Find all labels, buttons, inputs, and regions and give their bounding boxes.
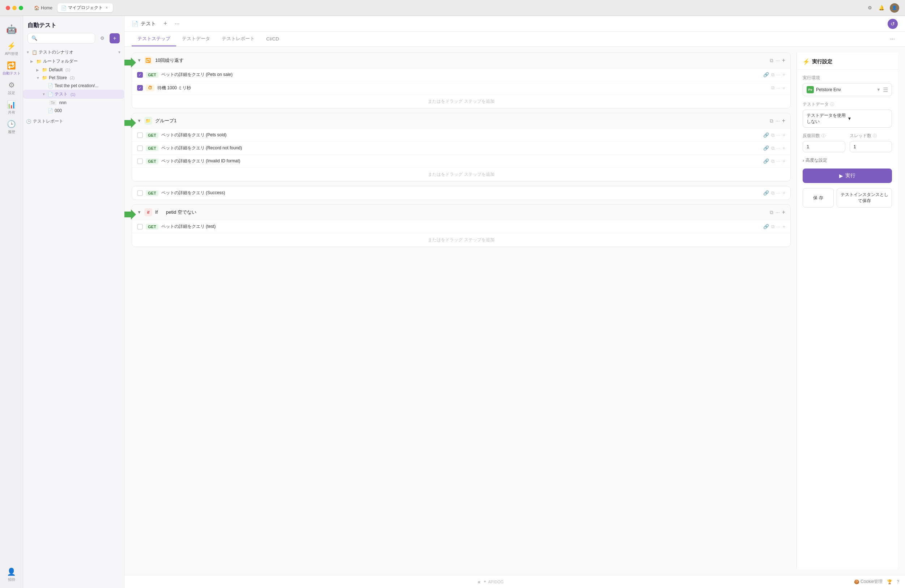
- add-icon[interactable]: +: [783, 190, 785, 196]
- link-icon[interactable]: 🔗: [763, 145, 769, 151]
- copy-button[interactable]: ⧉: [770, 57, 773, 63]
- add-step-button[interactable]: +: [782, 209, 785, 216]
- chevron-down-icon[interactable]: ▼: [137, 210, 141, 215]
- tabs-more-button[interactable]: ···: [887, 33, 898, 45]
- add-step-button[interactable]: +: [782, 117, 785, 124]
- tree-nnn[interactable]: Te nnn: [23, 99, 124, 107]
- env-selector[interactable]: Pe Petstore Env ▼ ☰: [803, 83, 892, 96]
- tree-test-report[interactable]: 🕒 テストレポート: [23, 116, 124, 127]
- tab-report[interactable]: テストレポート: [216, 32, 260, 46]
- copy-button[interactable]: ⧉: [770, 209, 773, 216]
- add-test-button[interactable]: +: [110, 33, 120, 43]
- add-step-button[interactable]: +: [782, 57, 785, 63]
- more-button[interactable]: ···: [775, 118, 780, 124]
- step-checkbox-empty[interactable]: [137, 132, 143, 138]
- search-input[interactable]: [40, 36, 91, 41]
- collapse-button[interactable]: «: [478, 579, 481, 585]
- add-icon[interactable]: +: [783, 72, 785, 78]
- trophy-icon[interactable]: 🏆: [887, 579, 892, 584]
- tab-steps[interactable]: テストステップ: [132, 32, 176, 46]
- link-icon[interactable]: 🔗: [763, 72, 769, 78]
- copy-icon[interactable]: ⧉: [771, 145, 775, 151]
- tree-root-folder[interactable]: ▶ 📁 ルートフォルダー: [23, 57, 124, 66]
- activity-dot[interactable]: ↺: [888, 19, 898, 29]
- copy-icon[interactable]: ⧉: [771, 224, 775, 230]
- help-icon[interactable]: ?: [897, 579, 899, 584]
- repeat-input[interactable]: 1: [803, 141, 845, 152]
- tab-project[interactable]: 📄 マイプロジェクト ×: [57, 3, 113, 12]
- tree-test-pet[interactable]: ▶ 📄 Test the pet creation/...: [23, 82, 124, 90]
- chevron-down-icon[interactable]: ▼: [137, 118, 141, 123]
- copy-icon[interactable]: ⧉: [771, 158, 775, 164]
- filter-button[interactable]: ⚙: [97, 33, 108, 43]
- more-icon[interactable]: ···: [776, 132, 781, 138]
- tab-cicd[interactable]: CI/CD: [260, 33, 285, 46]
- more-icon[interactable]: ···: [776, 72, 781, 78]
- copy-icon[interactable]: ⧉: [771, 85, 775, 91]
- env-menu-icon[interactable]: ☰: [883, 86, 888, 93]
- step-checkbox[interactable]: ✓: [137, 72, 143, 78]
- tree-000[interactable]: ▶ 📄 000: [23, 107, 124, 115]
- link-icon[interactable]: 🔗: [763, 132, 769, 138]
- loop-icon: 🔁: [144, 56, 152, 64]
- sidebar-item-settings[interactable]: ⚙ 設定: [3, 79, 21, 97]
- add-icon[interactable]: +: [783, 158, 785, 164]
- more-icon[interactable]: ···: [776, 190, 781, 196]
- copy-icon[interactable]: ⧉: [771, 72, 775, 78]
- top-bar-more-button[interactable]: ···: [175, 21, 179, 27]
- link-icon[interactable]: 🔗: [763, 190, 769, 196]
- step-item-record-not-found: GET ペットの詳細をクエリ (Record not found) 🔗 ⧉ ··…: [132, 142, 790, 155]
- add-icon[interactable]: +: [783, 224, 785, 229]
- sidebar-item-api[interactable]: ⚡ API管理: [3, 40, 21, 58]
- chevron-down-icon[interactable]: ▼: [137, 58, 141, 63]
- more-icon[interactable]: ···: [776, 86, 781, 91]
- run-button[interactable]: ▶ 実行: [803, 168, 892, 183]
- add-icon[interactable]: +: [783, 145, 785, 151]
- save-button[interactable]: 保 存: [803, 188, 834, 208]
- link-icon[interactable]: 🔗: [763, 224, 769, 229]
- save-instance-button[interactable]: テストインスタンスとして保存: [837, 188, 892, 208]
- tab-data[interactable]: テストデータ: [176, 32, 216, 46]
- sidebar-item-history[interactable]: 🕒 履歴: [3, 118, 21, 136]
- tree-test-selected[interactable]: ▼ 📄 テスト (1): [23, 90, 124, 99]
- add-tab-button[interactable]: +: [160, 19, 170, 29]
- close-button[interactable]: [6, 6, 10, 10]
- env-field: 実行環境 Pe Petstore Env ▼ ☰: [803, 75, 892, 96]
- step-checkbox-wait[interactable]: ✓: [137, 85, 143, 91]
- sidebar-item-share[interactable]: 📊 共有: [3, 98, 21, 116]
- advanced-toggle[interactable]: › 高度な設定: [803, 157, 892, 163]
- tab-close-button[interactable]: ×: [104, 5, 109, 11]
- tree-pet-store[interactable]: ▼ 📁 Pet Store (2): [23, 74, 124, 82]
- more-button[interactable]: ···: [775, 209, 780, 215]
- step-checkbox-empty[interactable]: [137, 190, 143, 196]
- copy-icon[interactable]: ⧉: [771, 132, 775, 138]
- tree-scenario-root[interactable]: ▼ 📋 テストのシナリオ ▼: [23, 48, 124, 57]
- more-button[interactable]: ···: [775, 57, 780, 63]
- more-icon[interactable]: ···: [776, 158, 781, 164]
- avatar[interactable]: 👤: [890, 3, 899, 13]
- link-icon[interactable]: 🔗: [763, 158, 769, 164]
- step-checkbox-empty[interactable]: [137, 224, 143, 230]
- add-icon[interactable]: +: [783, 132, 785, 138]
- data-dropdown[interactable]: テストデータを使用しない ▼: [803, 109, 892, 128]
- copy-button[interactable]: ⧉: [770, 118, 773, 124]
- step-checkbox-empty[interactable]: [137, 145, 143, 151]
- copy-icon[interactable]: ⧉: [771, 190, 775, 196]
- add-icon[interactable]: +: [783, 86, 785, 91]
- bell-icon[interactable]: 🔔: [878, 5, 885, 11]
- tree-default[interactable]: ▶ 📁 Default (1): [23, 66, 124, 74]
- execution-settings-icon: ⚡: [803, 58, 810, 65]
- sidebar-item-invite[interactable]: 👤 招待: [3, 566, 21, 584]
- thread-input[interactable]: 1: [849, 141, 892, 152]
- gear-icon[interactable]: ⚙: [867, 5, 873, 11]
- method-badge-get: GET: [146, 190, 159, 196]
- maximize-button[interactable]: [19, 6, 23, 10]
- minimize-button[interactable]: [12, 6, 17, 10]
- sidebar-item-autotest[interactable]: 🔁 自動テスト: [3, 59, 21, 78]
- more-icon[interactable]: ···: [776, 224, 781, 229]
- more-icon[interactable]: ···: [776, 145, 781, 151]
- cookie-button[interactable]: 🍪 Cookie管理: [854, 578, 883, 585]
- chevron-down-icon[interactable]: ▼: [876, 87, 881, 92]
- step-checkbox-empty[interactable]: [137, 158, 143, 164]
- tab-home[interactable]: 🏠 Home: [30, 3, 56, 12]
